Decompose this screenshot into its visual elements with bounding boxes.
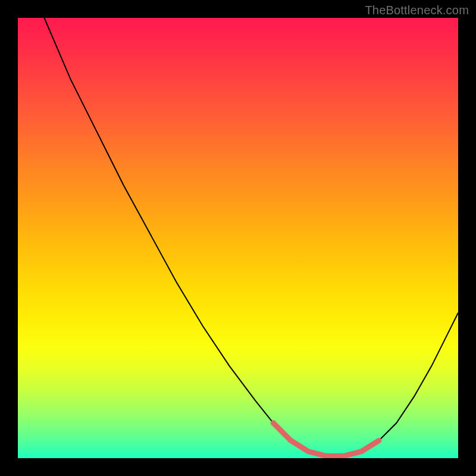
plot-area xyxy=(18,18,458,458)
bottleneck-curve xyxy=(18,18,458,456)
chart-stage: TheBottleneck.com xyxy=(0,0,476,476)
watermark-label: TheBottleneck.com xyxy=(365,4,469,17)
curve-svg xyxy=(18,18,458,458)
optimal-highlight xyxy=(273,423,379,456)
